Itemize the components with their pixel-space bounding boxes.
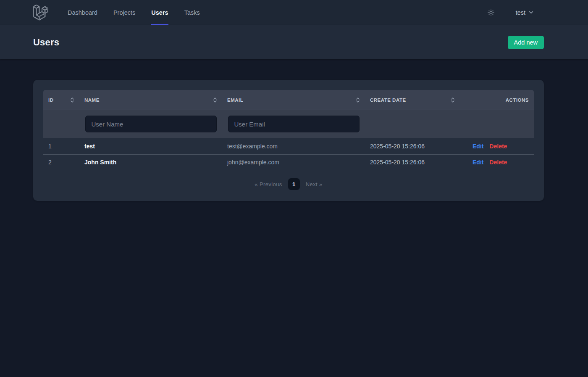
laravel-logo-icon [33,5,48,21]
cell-email: test@example.com [222,138,365,154]
laravel-logo[interactable] [33,0,48,25]
top-navbar: Dashboard Projects Users Tasks [0,0,588,25]
column-header-email-label: EMAIL [227,98,243,103]
cell-id: 1 [43,138,79,154]
users-table: ID NAME [43,90,534,170]
cell-create-date: 2025-05-20 15:26:06 [365,154,460,170]
nav-right: test [487,0,544,25]
filter-cell-email [222,110,365,138]
page-header: Users Add new [0,25,588,59]
add-new-button[interactable]: Add new [508,36,544,49]
filter-cell-date [365,110,460,138]
cell-name: John Smith [79,154,222,170]
page-title: Users [33,37,59,48]
sort-icon [451,97,455,103]
column-header-id-label: ID [48,98,54,103]
pagination-previous[interactable]: « Previous [255,181,282,187]
edit-link[interactable]: Edit [472,159,483,166]
delete-link[interactable]: Delete [489,143,507,150]
cell-actions: Edit Delete [460,154,534,170]
nav-item-users[interactable]: Users [151,0,168,25]
cell-id: 2 [43,154,79,170]
theme-toggle-button[interactable] [487,9,495,16]
nav-item-projects[interactable]: Projects [113,0,135,25]
sort-icon [70,97,74,103]
user-email-filter-input[interactable] [228,116,360,132]
column-header-name-label: NAME [84,98,100,103]
column-header-actions: ACTIONS [460,90,534,110]
edit-link[interactable]: Edit [472,143,483,150]
pagination-current-page: 1 [288,178,300,190]
filter-cell-actions [460,110,534,138]
table-filter-row [43,110,534,138]
column-header-email[interactable]: EMAIL [222,90,365,110]
sort-icon [356,97,360,103]
main-content: ID NAME [0,59,588,201]
delete-link[interactable]: Delete [489,159,507,166]
cell-create-date: 2025-05-20 15:26:06 [365,138,460,154]
user-menu[interactable]: test [513,9,536,16]
column-header-id[interactable]: ID [43,90,79,110]
table-header-row: ID NAME [43,90,534,110]
sun-icon [487,9,495,16]
user-name-filter-input[interactable] [85,116,217,132]
sort-icon [213,97,217,103]
nav-item-tasks[interactable]: Tasks [184,0,200,25]
filter-cell-name [79,110,222,138]
cell-actions: Edit Delete [460,138,534,154]
nav-item-dashboard[interactable]: Dashboard [68,0,97,25]
table-row: 1 test test@example.com 2025-05-20 15:26… [43,138,534,154]
chevron-down-icon [528,10,534,15]
pagination: « Previous 1 Next » [43,178,534,190]
filter-cell-id [43,110,79,138]
user-menu-label: test [516,9,525,16]
table-row: 2 John Smith john@example.com 2025-05-20… [43,154,534,170]
users-table-card: ID NAME [33,80,544,201]
pagination-next[interactable]: Next » [306,181,323,187]
column-header-create-date[interactable]: CREATE DATE [365,90,460,110]
column-header-create-date-label: CREATE DATE [370,98,406,103]
column-header-name[interactable]: NAME [79,90,222,110]
nav-links: Dashboard Projects Users Tasks [68,0,200,25]
cell-email: john@example.com [222,154,365,170]
cell-name: test [79,138,222,154]
